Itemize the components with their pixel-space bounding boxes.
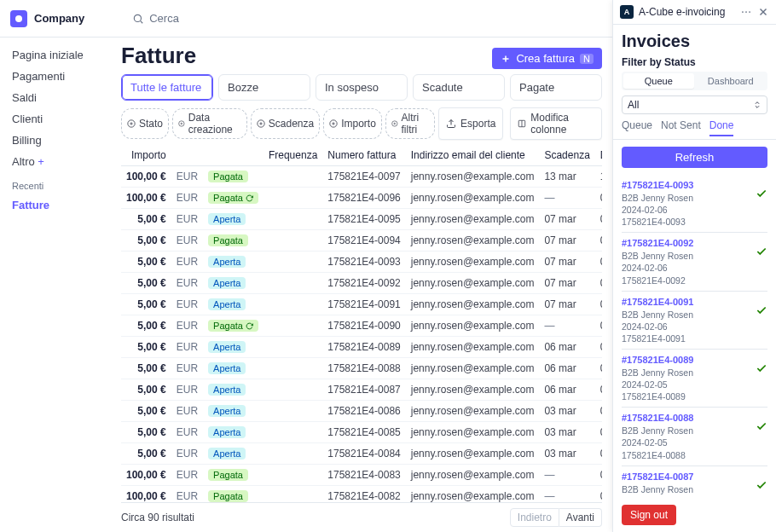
- panel-status-value: All: [628, 99, 639, 111]
- column-header[interactable]: Importo: [121, 145, 171, 166]
- column-header[interactable]: [203, 145, 263, 166]
- sidebar-item[interactable]: Pagina iniziale: [0, 44, 111, 66]
- panel-subtab[interactable]: Done: [709, 119, 734, 136]
- table-row[interactable]: 5,00 €EURAperta175821E4-0092jenny.rosen@…: [121, 273, 602, 294]
- cell-email: jenny.rosen@example.com: [406, 230, 540, 252]
- cell-status: Aperta: [203, 422, 263, 443]
- sidebar-item[interactable]: Saldi: [0, 87, 111, 108]
- sidebar-item[interactable]: Altro +: [0, 151, 111, 172]
- filter-chip[interactable]: Altri filtri: [385, 108, 435, 139]
- column-header[interactable]: Numero fattura: [322, 145, 405, 166]
- cell-due: —: [539, 465, 594, 486]
- sidebar-item[interactable]: Clienti: [0, 108, 111, 130]
- prev-button[interactable]: Indietro: [510, 508, 559, 527]
- create-invoice-button[interactable]: Crea fattura N: [492, 48, 602, 69]
- cell-number: 175821E4-0087: [322, 379, 405, 401]
- cell-due: 06 mar: [539, 379, 594, 401]
- panel-view-tab[interactable]: Queue: [623, 73, 694, 89]
- column-header[interactable]: Scadenza: [539, 145, 594, 166]
- invoice-name: B2B Jenny Rosen: [622, 425, 750, 437]
- cell-created: 02 feb, 12:34: [595, 401, 602, 422]
- search-input[interactable]: Cerca: [132, 12, 179, 25]
- column-header[interactable]: [171, 145, 203, 166]
- search-placeholder: Cerca: [149, 12, 179, 25]
- filter-chip[interactable]: Data creazione: [172, 108, 247, 139]
- invoice-card[interactable]: #175821E4-0087B2B Jenny Rosen2024-02-051…: [622, 466, 767, 498]
- edit-columns-button[interactable]: Modifica colonne: [510, 107, 602, 140]
- table-row[interactable]: 5,00 €EURPagata 175821E4-0090jenny.rosen…: [121, 315, 602, 337]
- cell-number: 175821E4-0093: [322, 252, 405, 273]
- column-header[interactable]: Frequenza: [263, 145, 322, 166]
- cell-currency: EUR: [171, 252, 203, 273]
- invoice-name: B2B Jenny Rosen: [622, 250, 750, 262]
- company-logo[interactable]: [10, 10, 27, 27]
- tab[interactable]: Tutte le fatture: [121, 74, 213, 101]
- panel-status-select[interactable]: All: [622, 95, 767, 114]
- table-row[interactable]: 100,00 €EURPagata 175821E4-0096jenny.ros…: [121, 188, 602, 209]
- sidebar-item[interactable]: Pagamenti: [0, 66, 111, 87]
- table-footer: Circa 90 risultati Indietro Avanti: [121, 502, 602, 532]
- table-row[interactable]: 100,00 €EURPagata175821E4-0083jenny.rose…: [121, 465, 602, 486]
- cell-email: jenny.rosen@example.com: [406, 465, 540, 486]
- cell-status: Pagata: [203, 315, 263, 337]
- cell-due: —: [539, 486, 594, 503]
- cell-due: 06 mar: [539, 337, 594, 358]
- table-row[interactable]: 5,00 €EURAperta175821E4-0093jenny.rosen@…: [121, 252, 602, 273]
- invoice-card[interactable]: #175821E4-0089B2B Jenny Rosen2024-02-051…: [622, 350, 767, 408]
- cell-created: 05 feb, 15:14: [595, 358, 602, 379]
- table-row[interactable]: 5,00 €EURAperta175821E4-0089jenny.rosen@…: [121, 337, 602, 358]
- cell-currency: EUR: [171, 379, 203, 401]
- table-row[interactable]: 5,00 €EURAperta175821E4-0086jenny.rosen@…: [121, 401, 602, 422]
- cell-status: Aperta: [203, 294, 263, 315]
- filter-chip[interactable]: Scadenza: [251, 108, 320, 139]
- table-row[interactable]: 100,00 €EURPagata175821E4-0097jenny.rose…: [121, 166, 602, 188]
- invoice-card[interactable]: #175821E4-0091B2B Jenny Rosen2024-02-061…: [622, 292, 767, 350]
- more-icon[interactable]: [740, 6, 752, 18]
- refresh-button[interactable]: Refresh: [622, 147, 767, 168]
- panel-invoice-list[interactable]: #175821E4-0093B2B Jenny Rosen2024-02-061…: [613, 175, 776, 498]
- cell-amount: 5,00 €: [121, 294, 171, 315]
- table-row[interactable]: 5,00 €EURAperta175821E4-0084jenny.rosen@…: [121, 443, 602, 465]
- column-header[interactable]: Indirizzo email del cliente: [406, 145, 540, 166]
- table-row[interactable]: 5,00 €EURAperta175821E4-0095jenny.rosen@…: [121, 209, 602, 230]
- tab[interactable]: Pagate: [510, 74, 602, 101]
- invoice-date: 2024-02-06: [622, 204, 750, 216]
- sidebar-item[interactable]: Billing: [0, 130, 111, 151]
- invoice-card[interactable]: #175821E4-0092B2B Jenny Rosen2024-02-061…: [622, 233, 767, 291]
- cell-due: 07 mar: [539, 252, 594, 273]
- filter-chip[interactable]: Stato: [121, 108, 169, 139]
- sidebar-item-fatture[interactable]: Fatture: [0, 194, 111, 216]
- table-row[interactable]: 5,00 €EURAperta175821E4-0087jenny.rosen@…: [121, 379, 602, 401]
- table-row[interactable]: 100,00 €EURPagata175821E4-0082jenny.rose…: [121, 486, 602, 503]
- filter-chip[interactable]: Importo: [323, 108, 382, 139]
- panel-view-tab[interactable]: Dashboard: [696, 73, 767, 89]
- tab[interactable]: Scadute: [413, 74, 505, 101]
- column-header[interactable]: Data creazione: [595, 145, 602, 166]
- cell-number: 175821E4-0084: [322, 443, 405, 465]
- cell-frequency: [263, 337, 322, 358]
- tab[interactable]: Bozze: [218, 74, 310, 101]
- export-button[interactable]: Esporta: [438, 107, 503, 140]
- close-icon[interactable]: [757, 6, 769, 18]
- cell-frequency: [263, 401, 322, 422]
- cell-status: Pagata: [203, 230, 263, 252]
- tab[interactable]: In sospeso: [316, 74, 408, 101]
- table-row[interactable]: 5,00 €EURAperta175821E4-0085jenny.rosen@…: [121, 422, 602, 443]
- cell-created: 01 feb, 16:55: [595, 465, 602, 486]
- invoice-card[interactable]: #175821E4-0088B2B Jenny Rosen2024-02-051…: [622, 408, 767, 466]
- invoices-table: ImportoFrequenzaNumero fatturaIndirizzo …: [121, 145, 602, 502]
- svg-point-90: [749, 11, 750, 13]
- table-row[interactable]: 5,00 €EURAperta175821E4-0091jenny.rosen@…: [121, 294, 602, 315]
- table-row[interactable]: 5,00 €EURAperta175821E4-0088jenny.rosen@…: [121, 358, 602, 379]
- svg-line-2: [141, 20, 143, 23]
- next-button[interactable]: Avanti: [559, 508, 602, 527]
- cell-currency: EUR: [171, 294, 203, 315]
- invoice-id: #175821E4-0091: [622, 296, 750, 309]
- refresh-icon: [246, 322, 253, 330]
- panel-subtab[interactable]: Not Sent: [661, 119, 701, 136]
- table-row[interactable]: 5,00 €EURPagata175821E4-0094jenny.rosen@…: [121, 230, 602, 252]
- table-wrap[interactable]: ImportoFrequenzaNumero fatturaIndirizzo …: [121, 145, 602, 502]
- panel-subtab[interactable]: Queue: [622, 119, 652, 136]
- invoice-card[interactable]: #175821E4-0093B2B Jenny Rosen2024-02-061…: [622, 175, 767, 233]
- signout-button[interactable]: Sign out: [622, 505, 676, 525]
